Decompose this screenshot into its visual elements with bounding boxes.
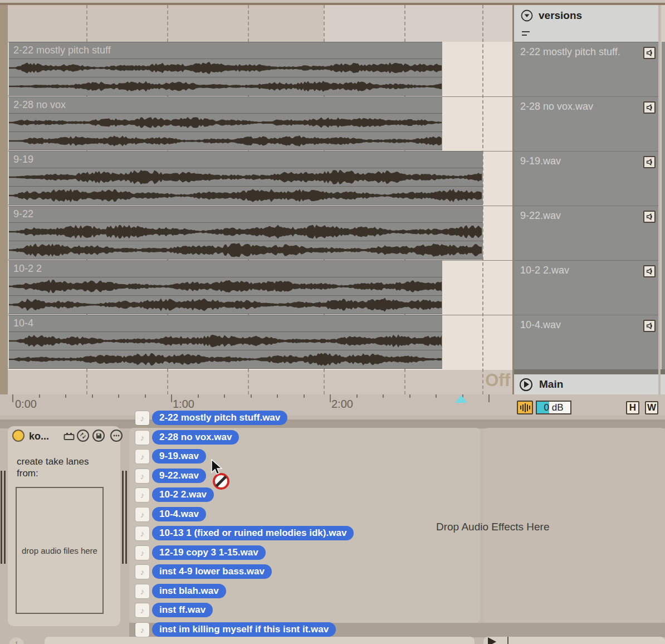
dragged-file[interactable]: ♪10-2 2.wav — [135, 487, 214, 502]
output-meter-button[interactable] — [517, 401, 533, 414]
take-lanes-device[interactable]: ko... create take lanes from: drop audio… — [8, 426, 120, 626]
dragged-file[interactable]: ♪2-22 mostly pitch stuff.wav — [135, 411, 287, 425]
file-name-pill: 9-19.wav — [152, 449, 206, 464]
track-speaker-button[interactable] — [643, 101, 656, 114]
clip-title[interactable]: 10-2 2 — [9, 261, 442, 277]
track-name[interactable]: 2-22 mostly pitch stuff. — [520, 46, 620, 58]
dragged-file[interactable]: ♪10-13 1 (fixed or ruined melodies idk).… — [135, 526, 354, 540]
preview-play-icon[interactable] — [488, 637, 496, 644]
device-resize-handle-left[interactable] — [1, 471, 6, 564]
waveform-lane — [9, 296, 442, 314]
track-header[interactable]: 9-22.wav — [514, 206, 658, 260]
dragged-file[interactable]: ♪9-22.wav — [135, 469, 206, 483]
audio-file-icon: ♪ — [135, 546, 149, 560]
track-name[interactable]: 9-19.wav — [520, 155, 561, 167]
file-name-pill: 2-22 mostly pitch stuff.wav — [152, 411, 287, 425]
track-header[interactable]: 2-22 mostly pitch stuff. — [514, 42, 658, 96]
more-options-button[interactable] — [110, 430, 123, 442]
fold-arrow-icon[interactable] — [521, 9, 533, 22]
dragged-file[interactable]: ♪inst blah.wav — [135, 584, 226, 598]
volume-field[interactable]: 0 dB — [536, 401, 571, 414]
audio-file-icon: ♪ — [135, 411, 149, 425]
file-name-pill: 12-19 copy 3 1-15.wav — [152, 545, 266, 560]
audio-clip[interactable]: 10-2 2 — [8, 260, 442, 314]
audio-clip[interactable]: 10-4 — [8, 315, 442, 369]
audio-clip[interactable]: 2-28 no vox — [8, 96, 442, 150]
track-header[interactable]: 10-4.wav — [514, 315, 658, 369]
main-track-name: Main — [539, 378, 563, 391]
clip-title[interactable]: 10-4 — [9, 315, 442, 332]
hot-swap-icon — [80, 432, 86, 439]
time-label: 1:00 — [173, 398, 194, 411]
track-speaker-button[interactable] — [643, 47, 656, 59]
status-bar-divider — [507, 637, 508, 644]
track-header[interactable]: 9-19.wav — [514, 151, 658, 206]
audio-file-icon: ♪ — [135, 469, 149, 483]
audio-file-icon: ♪ — [135, 623, 149, 637]
audio-files-dropzone[interactable]: drop audio files here — [16, 487, 104, 614]
hot-swap-button[interactable] — [77, 430, 89, 442]
waveform-lane — [9, 59, 442, 77]
dragged-file[interactable]: ♪inst ff.wav — [135, 603, 213, 617]
time-label: 2:00 — [331, 398, 353, 411]
device-resize-handle-right[interactable] — [122, 471, 128, 564]
track-header[interactable]: 2-28 no vox.wav — [514, 96, 658, 151]
waveform-lane — [9, 114, 442, 132]
clip-title[interactable]: 2-22 mostly pitch stuff — [9, 42, 442, 59]
save-preset-button[interactable] — [92, 430, 105, 442]
track-speaker-button[interactable] — [643, 156, 656, 168]
arrangement-scratch-area[interactable] — [8, 5, 324, 42]
time-label: 0:00 — [15, 398, 37, 411]
cropped-panel-sliver — [661, 0, 665, 415]
ableton-arrangement-view: Off 2-22 mostly pitch stuff 2-28 no vox … — [0, 0, 665, 644]
track-header[interactable]: 10-2 2.wav — [514, 260, 658, 315]
automation-lanes-icon[interactable] — [522, 31, 530, 36]
file-name-pill: 10-4.wav — [152, 507, 206, 521]
dragged-file[interactable]: ♪inst 4-9 lower bass.wav — [135, 564, 272, 579]
drop-audio-effects-label: Drop Audio Effects Here — [436, 521, 549, 533]
height-button[interactable]: H — [626, 401, 639, 414]
track-speaker-button[interactable] — [643, 211, 656, 223]
audio-file-icon: ♪ — [135, 431, 149, 445]
device-activator-toggle[interactable] — [12, 430, 25, 442]
track-speaker-button[interactable] — [643, 265, 656, 277]
file-name-pill: 10-13 1 (fixed or ruined melodies idk).w… — [152, 526, 354, 540]
main-track-header[interactable]: Main — [514, 374, 658, 394]
waveform-lane — [9, 332, 442, 350]
device-title[interactable]: ko... — [29, 431, 49, 442]
clip-title[interactable]: 9-22 — [9, 206, 483, 223]
track-name[interactable]: 9-22.wav — [520, 210, 561, 222]
width-button[interactable]: W — [645, 401, 658, 414]
group-track-header[interactable]: versions — [514, 5, 658, 26]
audio-clip[interactable]: 9-19 — [8, 151, 483, 205]
waveform-lane — [9, 277, 442, 296]
dragged-file[interactable]: ♪10-4.wav — [135, 507, 206, 521]
waveform-lane — [9, 132, 442, 150]
track-name[interactable]: 2-28 no vox.wav — [520, 101, 593, 113]
track-name[interactable]: 10-2 2.wav — [520, 265, 569, 276]
dragged-file[interactable]: ♪12-19 copy 3 1-15.wav — [135, 545, 266, 560]
group-track-subrow[interactable] — [514, 26, 658, 42]
dragged-file[interactable]: ♪9-19.wav — [135, 449, 206, 464]
speaker-icon — [646, 104, 653, 111]
status-bar-right-panel — [483, 637, 665, 644]
audio-file-icon: ♪ — [135, 565, 149, 579]
track-name[interactable]: 10-4.wav — [520, 319, 561, 331]
speaker-icon — [646, 158, 653, 166]
speaker-icon — [646, 267, 653, 275]
file-name-pill: 9-22.wav — [152, 469, 206, 483]
audio-clip[interactable]: 2-22 mostly pitch stuff — [8, 42, 442, 96]
mouse-cursor-icon — [211, 459, 223, 476]
dragged-file[interactable]: ♪inst im killing myself if this isnt it.… — [135, 622, 336, 637]
play-icon[interactable] — [520, 378, 532, 391]
arrangement-scratch-area-highlight[interactable] — [324, 5, 512, 42]
playhead-marker[interactable] — [455, 395, 467, 403]
clip-title[interactable]: 2-28 no vox — [9, 97, 442, 114]
dragged-file[interactable]: ♪2-28 no vox.wav — [135, 430, 239, 445]
clip-title[interactable]: 9-19 — [9, 152, 483, 168]
audio-clip[interactable]: 9-22 — [8, 206, 483, 260]
waveform-lane — [9, 168, 483, 187]
track-speaker-button[interactable] — [643, 320, 656, 332]
automation-row[interactable]: Off — [8, 370, 512, 394]
volume-value: 0 dB — [537, 402, 570, 413]
